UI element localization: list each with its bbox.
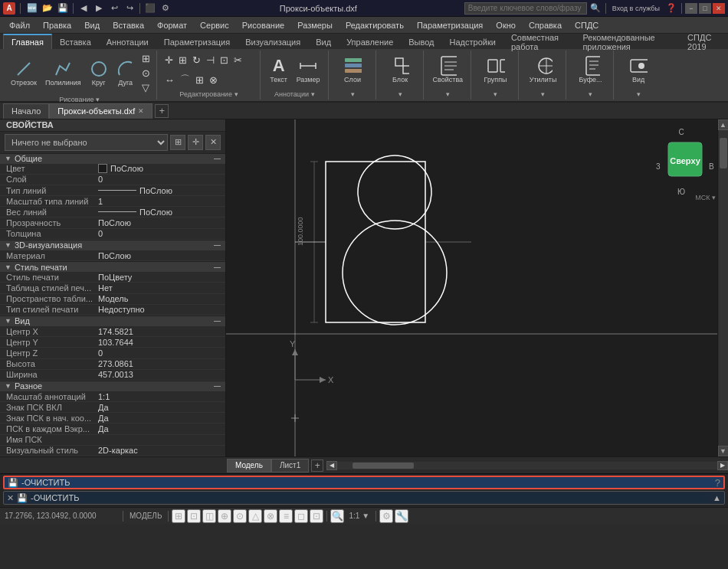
tab-viz[interactable]: Визуализация [238,34,308,49]
model-tab[interactable]: Модель [227,459,271,473]
tab-home[interactable]: Главная [3,34,52,49]
status-osnap-btn[interactable]: ⊙ [233,509,247,523]
scroll-track[interactable] [719,130,728,446]
help-btn[interactable]: ❓ [664,2,678,15]
prop-icon-btn1[interactable]: ⊞ [170,135,185,150]
edit-mirror[interactable]: ⊣ [205,54,216,67]
qa-back[interactable]: ◀ [77,2,90,15]
edit-array[interactable]: ⊞ [194,74,205,87]
edit-erase[interactable]: ⊗ [208,74,219,87]
status-ortho-btn[interactable]: ◫ [202,509,216,523]
status-sel-btn[interactable]: ⊡ [310,509,323,523]
tab-insert[interactable]: Вставка [52,34,99,49]
drawing-tab-file[interactable]: Прокси-объекты.dxf ✕ [49,103,152,119]
qa-undo[interactable]: ↩ [107,2,121,15]
tab-apps[interactable]: Рекомендованные приложения [575,34,680,49]
prop-section-misc[interactable]: ▼ Разное — [0,381,225,391]
prop-icon-btn2[interactable]: ✛ [188,135,203,150]
minimize-btn[interactable]: − [685,3,697,14]
menu-dimensions[interactable]: Размеры [291,17,339,34]
search-btn[interactable]: 🔍 [589,2,602,15]
scroll-left-btn[interactable]: ◀ [326,461,337,470]
menu-insert[interactable]: Вставка [107,17,150,34]
status-polar-btn[interactable]: ⊕ [218,509,231,523]
edit-rotate[interactable]: ↻ [191,54,202,67]
scroll-thumb[interactable] [720,138,727,168]
btn-properties[interactable]: Свойства [430,55,467,86]
canvas-area[interactable]: 100.0000 X Y [226,119,728,456]
command-input[interactable] [31,493,710,502]
scroll-right-btn[interactable]: ▶ [717,461,728,470]
tab-spds2019[interactable]: СПДС 2019 [680,34,728,49]
maximize-btn[interactable]: □ [699,3,711,14]
btn-dimension[interactable]: Размер [293,55,323,86]
scroll-down-btn[interactable]: ▼ [718,446,729,456]
drawing-tab-close[interactable]: ✕ [138,107,144,115]
status-scale-btn[interactable]: 1:1 ▼ [346,509,372,523]
qa-block[interactable]: ⬛ [143,2,157,15]
status-dyn-btn[interactable]: ⊗ [264,509,277,523]
status-lw-btn[interactable]: ≡ [279,509,293,523]
qa-redo[interactable]: ↪ [123,2,136,15]
btn-text[interactable]: A Текст [267,55,291,86]
login-btn[interactable]: Вход в службы [609,2,663,15]
menu-draw[interactable]: Рисование [236,17,290,34]
menu-spds[interactable]: СПДС [569,17,605,34]
tab-manage[interactable]: Управление [339,34,401,49]
h-scroll-thumb[interactable] [353,463,414,469]
status-grid-btn[interactable]: ⊞ [172,509,185,523]
prop-section-print[interactable]: ▼ Стиль печати — [0,261,225,272]
menu-file[interactable]: Файл [3,17,36,34]
draw-sm1[interactable]: ⊞ [140,52,152,65]
btn-circle[interactable]: Круг [87,58,111,89]
add-layout-btn[interactable]: + [311,459,323,472]
status-snap-btn[interactable]: ⊡ [187,509,201,523]
draw-sm2[interactable]: ⊙ [140,67,152,80]
qa-forward[interactable]: ▶ [92,2,106,15]
tab-param[interactable]: Параметризация [156,34,238,49]
close-btn[interactable]: ✕ [713,3,725,14]
qa-settings[interactable]: ⚙ [159,2,172,15]
menu-edit2[interactable]: Редактировать [339,17,410,34]
draw-sm3[interactable]: ▽ [140,81,152,94]
cmd-expand[interactable]: ▲ [713,493,721,502]
edit-scale[interactable]: ⊡ [218,54,230,67]
qa-save[interactable]: 💾 [56,2,70,15]
status-model-btn[interactable]: МОДЕЛЬ [126,509,165,523]
btn-groups[interactable]: Группы [481,55,510,86]
status-ws-btn[interactable]: 🔧 [395,509,408,523]
btn-polyline[interactable]: Полилиния [42,58,84,89]
btn-block[interactable]: Блок [388,55,412,86]
tab-addons[interactable]: Надстройки [442,34,503,49]
btn-utilities[interactable]: Утилиты [526,55,560,86]
prop-section-general[interactable]: ▼ Общие — [0,153,225,164]
status-zoom-btn[interactable]: 🔍 [330,509,344,523]
status-anno-btn[interactable]: ⚙ [379,509,393,523]
scroll-up-btn[interactable]: ▲ [718,119,729,130]
btn-line[interactable]: Отрезок [8,58,40,89]
menu-param[interactable]: Параметризация [411,17,489,34]
status-3d-btn[interactable]: △ [248,509,262,523]
new-drawing-btn[interactable]: + [155,104,169,118]
edit-move[interactable]: ✛ [163,54,175,67]
tab-collab[interactable]: Совместная работа [503,34,576,49]
cmd-close[interactable]: ✕ [7,493,14,503]
prop-section-view[interactable]: ▼ Вид — [0,316,225,326]
menu-help[interactable]: Справка [523,17,568,34]
cmd-help[interactable]: ? [715,477,720,489]
tab-view[interactable]: Вид [308,34,339,49]
h-scroll-track[interactable] [337,462,717,469]
qa-open[interactable]: 📂 [41,2,54,15]
tab-annotations[interactable]: Аннотации [99,34,156,49]
prop-icon-btn3[interactable]: ✕ [205,135,221,150]
layout-tab[interactable]: Лист1 [271,459,309,473]
drawing-tab-home[interactable]: Начало [3,103,49,119]
btn-view[interactable]: Вид [626,55,651,86]
object-type-selector[interactable]: Ничего не выбрано [5,134,168,151]
edit-trim[interactable]: ✂ [232,54,244,67]
menu-view[interactable]: Вид [78,17,106,34]
status-trans-btn[interactable]: ◻ [294,509,308,523]
qa-new[interactable]: 🆕 [25,2,39,15]
btn-buffer[interactable]: Буфе... [576,55,605,86]
menu-window[interactable]: Окно [490,17,522,34]
